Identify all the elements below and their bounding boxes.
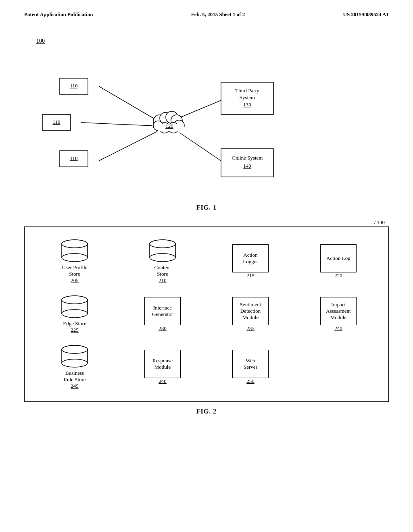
cylinder-icon [60,345,89,368]
svg-text:110: 110 [70,83,77,89]
cylinder-icon [148,239,177,262]
header-center: Feb. 5, 2015 Sheet 1 of 2 [191,11,245,18]
svg-point-38 [150,254,175,262]
cell-number: 235 [246,325,254,332]
fig2-cell: BusinessRule Store245 [33,345,117,389]
fig2-system-label: / 140 [24,219,389,226]
cell-number: 215 [246,272,254,279]
cell-number: 240 [334,325,342,332]
header-right: US 2015/0039524 A1 [343,11,389,18]
fig2-cell: Edge Store225 [33,292,117,337]
component-box: ImpactAssessmentModule [320,297,357,325]
component-box: Action Log [320,244,357,272]
svg-line-4 [179,133,221,161]
svg-point-45 [62,296,88,304]
fig1-svg: 120 110 110 110 Third Party System 130 O… [0,26,413,219]
patent-header: Patent Application Publication Feb. 5, 2… [0,0,413,22]
cylinder-icon [60,239,89,262]
fig2-cell: ActionLogger215 [209,239,292,284]
component-box: ActionLogger [232,244,269,272]
fig2-cell: ContentStore210 [121,239,204,284]
svg-text:Third Party: Third Party [235,87,259,94]
cell-number: 230 [159,325,167,332]
svg-text:System: System [240,94,255,100]
svg-point-44 [62,310,88,318]
svg-line-3 [179,100,221,118]
cell-number: 250 [246,378,254,384]
fig2-cell: ResponseModule248 [121,345,204,389]
fig1-caption: FIG. 1 [196,204,217,211]
fig2-diagram: / 140 User ProfileStore205 Co [24,219,389,415]
fig2-cell: SentimentDetectionModule235 [209,292,292,337]
svg-text:120: 120 [165,123,173,129]
fig2-cell: ImpactAssessmentModule240 [296,292,380,337]
fig2-cell: WebServer250 [209,345,292,389]
fig2-border: User ProfileStore205 ContentStore210Acti… [24,227,389,402]
svg-line-1 [81,123,152,126]
fig1-diagram: 100 120 110 [0,26,413,219]
cell-number: 220 [334,272,342,279]
svg-text:110: 110 [52,119,60,125]
component-box: InterfaceGenerator [144,297,181,325]
component-box: SentimentDetectionModule [232,297,269,325]
cell-number: 210 [159,277,167,284]
fig2-cell [296,345,380,389]
fig2-cell: Action Log220 [296,239,380,284]
svg-point-39 [150,240,175,248]
component-box: WebServer [232,350,269,378]
svg-text:140: 140 [243,163,251,169]
fig2-caption: FIG. 2 [24,408,389,415]
cylinder-icon [60,295,89,318]
svg-text:Online System: Online System [232,155,263,161]
fig2-cell: InterfaceGenerator230 [121,292,204,337]
component-box: ResponseModule [144,350,181,378]
svg-text:130: 130 [243,102,251,108]
svg-line-2 [99,131,157,161]
cell-number: 225 [71,327,79,333]
svg-point-51 [62,345,88,353]
svg-point-50 [62,359,88,367]
svg-point-33 [62,240,88,248]
cell-number: 245 [71,383,79,389]
svg-line-0 [99,86,157,121]
svg-point-32 [62,254,88,262]
cell-number: 205 [71,277,79,284]
cell-number: 248 [159,378,167,384]
svg-text:110: 110 [70,155,77,161]
fig2-cell: User ProfileStore205 [33,239,117,284]
header-left: Patent Application Publication [24,11,93,18]
fig2-grid: User ProfileStore205 ContentStore210Acti… [33,239,380,389]
